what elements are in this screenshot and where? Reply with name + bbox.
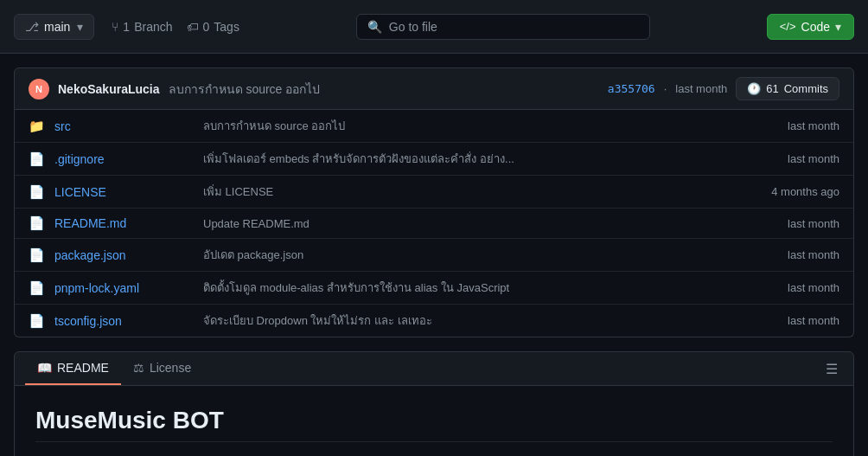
search-input-wrapper[interactable]: 🔍 Go to file	[356, 14, 650, 40]
commits-count: 61	[766, 82, 778, 95]
file-time: last month	[744, 248, 839, 261]
file-name[interactable]: .gitignore	[54, 152, 193, 166]
file-commit-message: อัปเดต package.json	[203, 246, 734, 264]
file-time: last month	[744, 119, 839, 132]
readme-heading: MuseMusic BOT	[35, 407, 833, 442]
tab-icon: 📖	[37, 361, 52, 375]
file-icon: 📄	[29, 313, 44, 329]
file-name[interactable]: tsconfig.json	[54, 314, 193, 328]
table-row: 📄 .gitignore เพิ่มโฟลเดอร์ embeds สำหรับ…	[15, 143, 853, 176]
tab-label: README	[57, 361, 109, 375]
commit-message: ลบการกำหนด source ออกไป	[169, 80, 321, 99]
avatar: N	[29, 79, 49, 100]
file-time: last month	[744, 217, 839, 230]
file-time: last month	[744, 281, 839, 294]
file-name[interactable]: LICENSE	[54, 185, 193, 199]
commit-time: last month	[675, 82, 727, 95]
table-row: 📄 tsconfig.json จัดระเบียบ Dropdown ใหม่…	[15, 305, 853, 337]
table-row: 📄 package.json อัปเดต package.json last …	[15, 239, 853, 272]
branch-name: main	[44, 20, 70, 34]
code-button[interactable]: </> Code ▾	[767, 14, 854, 40]
branch-selector[interactable]: ⎇ main ▾	[14, 14, 94, 40]
commit-hash[interactable]: a355706	[608, 82, 655, 95]
file-commit-message: ติดตั้งโมดูล module-alias สำหรับการใช้งา…	[203, 279, 734, 297]
file-icon: 📄	[29, 247, 44, 263]
tab-readme[interactable]: 📖README	[25, 352, 121, 385]
commit-bar: N NekoSakuraLucia ลบการกำหนด source ออกไ…	[14, 67, 854, 110]
tags-label: Tags	[214, 20, 239, 34]
branch-icon: ⎇	[25, 20, 39, 34]
file-time: 4 months ago	[744, 185, 839, 198]
file-time: last month	[744, 152, 839, 165]
tab-icon: ⚖	[133, 361, 144, 375]
file-icon: 📄	[29, 184, 44, 200]
commits-label: Commits	[784, 82, 828, 95]
commit-separator: ·	[664, 82, 667, 95]
file-name[interactable]: pnpm-lock.yaml	[54, 281, 193, 295]
branches-count: 1	[123, 20, 130, 34]
toc-icon[interactable]: ☰	[820, 356, 843, 382]
branch-fork-icon: ⑂	[112, 20, 118, 34]
code-label: Code	[801, 20, 830, 34]
branches-label: Branch	[134, 20, 172, 34]
topbar: ⎇ main ▾ ⑂ 1 Branch 🏷 0 Tags 🔍 Go to fil…	[0, 0, 868, 54]
file-commit-message: เพิ่ม LICENSE	[203, 183, 734, 201]
file-table: 📁 src ลบการกำหนด source ออกไป last month…	[14, 110, 854, 337]
readme-content: MuseMusic BOT	[14, 386, 854, 456]
file-icon: 📄	[29, 280, 44, 296]
table-row: 📁 src ลบการกำหนด source ออกไป last month	[15, 110, 853, 143]
search-icon: 🔍	[367, 20, 382, 34]
search-bar: 🔍 Go to file	[250, 14, 756, 40]
file-icon: 📄	[29, 215, 44, 231]
tab-label: License	[150, 361, 191, 375]
clock-icon: 🕐	[747, 82, 761, 95]
commits-button[interactable]: 🕐 61 Commits	[736, 77, 839, 100]
code-icon: </>	[780, 20, 796, 33]
file-name[interactable]: src	[54, 119, 193, 133]
tags-count: 0	[203, 20, 210, 34]
readme-tabs: 📖README⚖License☰	[14, 351, 854, 386]
file-name[interactable]: package.json	[54, 248, 193, 262]
search-placeholder: Go to file	[389, 20, 437, 34]
file-commit-message: เพิ่มโฟลเดอร์ embeds สำหรับจัดการตัวฝังข…	[203, 150, 734, 168]
tab-license[interactable]: ⚖License	[121, 352, 203, 385]
file-name[interactable]: README.md	[54, 216, 193, 230]
chevron-down-icon: ▾	[77, 20, 83, 34]
repo-area: N NekoSakuraLucia ลบการกำหนด source ออกไ…	[0, 67, 868, 456]
file-commit-message: ลบการกำหนด source ออกไป	[203, 117, 734, 135]
file-icon: 📄	[29, 151, 44, 167]
code-chevron-icon: ▾	[835, 20, 841, 34]
table-row: 📄 pnpm-lock.yaml ติดตั้งโมดูล module-ali…	[15, 272, 853, 305]
file-commit-message: Update README.md	[203, 217, 734, 230]
tags-link[interactable]: 🏷 0 Tags	[187, 20, 239, 34]
file-time: last month	[744, 314, 839, 327]
table-row: 📄 README.md Update README.md last month	[15, 209, 853, 239]
commit-username[interactable]: NekoSakuraLucia	[58, 82, 160, 96]
meta-buttons: ⑂ 1 Branch 🏷 0 Tags	[112, 20, 239, 34]
file-commit-message: จัดระเบียบ Dropdown ใหม่ให้ไม่รก และ เลเ…	[203, 311, 734, 330]
table-row: 📄 LICENSE เพิ่ม LICENSE 4 months ago	[15, 176, 853, 209]
branches-link[interactable]: ⑂ 1 Branch	[112, 20, 172, 34]
folder-icon: 📁	[29, 119, 44, 134]
tag-icon: 🏷	[187, 20, 199, 34]
